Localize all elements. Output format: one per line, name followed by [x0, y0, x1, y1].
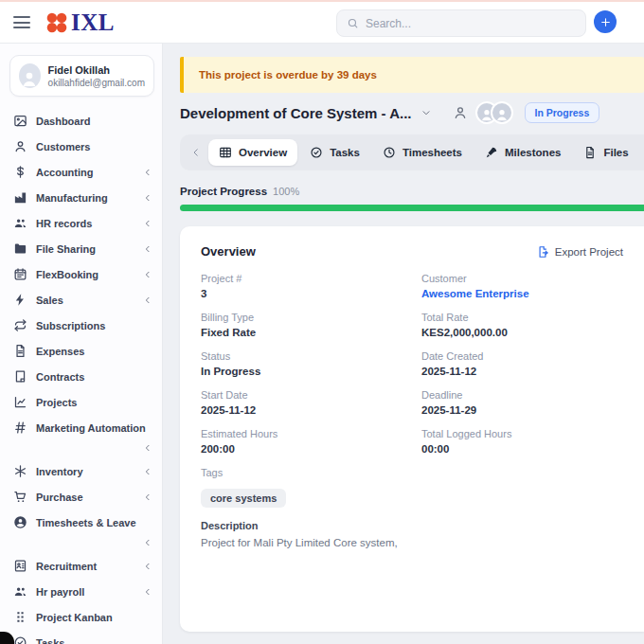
tab-label: Tasks	[330, 147, 360, 158]
user-profile-card[interactable]: Fidel Okillah okillahfidel@gmail.com	[9, 55, 154, 97]
sidebar-item-purchase[interactable]: Purchase	[0, 484, 162, 510]
sidebar-item-label: Dashboard	[36, 116, 90, 127]
field-customer: Customer Awesome Enterprise	[421, 273, 623, 299]
sidebar-item-accounting[interactable]: Accounting	[0, 159, 162, 185]
assign-member-icon[interactable]	[453, 105, 468, 120]
tab-discussions[interactable]: Discussions	[641, 139, 644, 166]
recruitment-icon	[13, 559, 27, 573]
tab-label: Files	[603, 147, 628, 158]
chevron-left-icon	[143, 270, 152, 279]
sidebar-item-label: Accounting	[36, 167, 94, 178]
sidebar-item-customers[interactable]: Customers	[0, 134, 162, 159]
chevron-left-icon	[143, 492, 152, 502]
chevron-left-icon	[143, 193, 152, 203]
overdue-warning-text: This project is overdue by 39 days	[199, 69, 377, 80]
sidebar-item-hr-payroll[interactable]: Hr payroll	[0, 579, 162, 604]
tabs-scroll-left-button[interactable]	[186, 147, 206, 158]
sidebar-item-label: Contracts	[36, 371, 84, 383]
sidebar-item-label: HR records	[36, 218, 92, 229]
sidebar-item-label: Tasks	[36, 637, 64, 644]
description-label: Description	[201, 520, 623, 531]
sidebar-item-label: Expenses	[36, 346, 84, 357]
sidebar-item-label: File Sharing	[36, 243, 96, 255]
export-icon	[536, 245, 549, 259]
sidebar-item-recruitment[interactable]: Recruitment	[0, 553, 162, 579]
avatar	[491, 101, 513, 124]
field-project-number: Project # 3	[201, 273, 402, 299]
user-name: Fidel Okillah	[48, 63, 145, 77]
sidebar: Fidel Okillah okillahfidel@gmail.com Das…	[0, 44, 163, 644]
sidebar-item-sales[interactable]: Sales	[0, 287, 162, 313]
sidebar-item-contracts[interactable]: Contracts	[0, 364, 162, 389]
tab-timesheets[interactable]: Timesheets	[372, 139, 473, 166]
sidebar-item-inventory[interactable]: Inventory	[0, 458, 162, 484]
milestones-rocket-icon	[485, 146, 498, 159]
overview-grid-icon	[219, 146, 232, 159]
sidebar-item-tasks[interactable]: Tasks	[0, 630, 162, 644]
sidebar-item-project-kanban[interactable]: Project Kanban	[0, 604, 162, 630]
contracts-icon	[13, 369, 27, 384]
tag-chip: core systems	[201, 489, 286, 508]
sidebar-item-subscriptions[interactable]: Subscriptions	[0, 313, 162, 338]
purchase-icon	[13, 490, 27, 504]
field-total-logged-hours: Total Logged Hours 00:00	[421, 428, 623, 455]
sidebar-item-label: Customers	[36, 141, 90, 152]
sidebar-item-flexbooking[interactable]: FlexBooking	[0, 261, 162, 287]
page-title: Development of Core System - A...	[180, 105, 412, 121]
field-estimated-hours: Estimated Hours 200:00	[201, 428, 402, 455]
sidebar-item-label: Sales	[36, 295, 63, 306]
project-kanban-icon	[13, 610, 27, 624]
tags-section: Tags core systems	[201, 467, 623, 508]
search-input[interactable]	[366, 17, 576, 30]
file-sharing-icon	[13, 242, 27, 256]
sidebar-item-dashboard[interactable]: Dashboard	[0, 108, 162, 134]
customer-link[interactable]: Awesome Enterprise	[421, 288, 623, 299]
sidebar-item-label: Timesheets & Leave	[36, 517, 136, 528]
expenses-icon	[13, 344, 27, 358]
sidebar-item-label: Purchase	[36, 492, 83, 503]
sidebar-item-projects[interactable]: Projects	[0, 389, 162, 415]
sidebar-item-label: Hr payroll	[36, 586, 84, 598]
plus-icon	[599, 16, 612, 28]
sidebar-item-label: Project Kanban	[36, 612, 113, 623]
inventory-icon	[13, 464, 27, 478]
overdue-warning-banner: This project is overdue by 39 days	[180, 57, 644, 93]
tab-milestones[interactable]: Milestones	[474, 139, 571, 166]
progress-label: Project Progress	[180, 186, 267, 197]
sidebar-item-label: Projects	[36, 397, 77, 408]
progress-bar	[180, 205, 644, 211]
quick-add-button[interactable]	[594, 10, 617, 33]
sidebar-item-timesheets-leave[interactable]: Timesheets & Leave	[0, 510, 162, 553]
sidebar-item-expenses[interactable]: Expenses	[0, 338, 162, 364]
sidebar-item-label: Subscriptions	[36, 320, 105, 331]
flexbooking-icon	[13, 267, 27, 281]
field-date-created: Date Created 2025-11-12	[421, 350, 623, 377]
sidebar-item-hr-records[interactable]: HR records	[0, 210, 162, 236]
manufacturing-icon	[13, 190, 27, 205]
sidebar-item-manufacturing[interactable]: Manufacturing	[0, 185, 162, 210]
description-text: Project for Mali Pty Limited Core system…	[201, 537, 623, 548]
export-project-button[interactable]: Export Project	[536, 245, 623, 259]
chevron-down-icon[interactable]	[420, 107, 432, 118]
user-email: okillahfidel@gmail.com	[48, 78, 145, 88]
tab-tasks[interactable]: Tasks	[299, 139, 370, 166]
tab-overview[interactable]: Overview	[208, 139, 297, 166]
sidebar-item-label: FlexBooking	[36, 269, 98, 280]
main-content: This project is overdue by 39 days Devel…	[163, 44, 644, 644]
tab-files[interactable]: Files	[573, 139, 638, 166]
member-avatars[interactable]	[475, 101, 513, 124]
marketing-automation-icon	[13, 420, 27, 435]
files-doc-icon	[583, 146, 597, 159]
sidebar-item-label: Recruitment	[36, 561, 97, 572]
hamburger-menu-icon[interactable]	[13, 16, 30, 28]
card-title: Overview	[201, 244, 256, 259]
global-search[interactable]	[336, 9, 586, 37]
chevron-left-icon	[143, 538, 152, 547]
chevron-left-icon	[143, 562, 152, 571]
sidebar-item-file-sharing[interactable]: File Sharing	[0, 236, 162, 261]
timesheets-clock-icon	[383, 146, 396, 159]
app-logo[interactable]: IXL	[45, 9, 115, 36]
tasks-icon	[13, 635, 27, 644]
search-icon	[347, 17, 359, 29]
sidebar-item-marketing-automation[interactable]: Marketing Automation	[0, 415, 162, 458]
